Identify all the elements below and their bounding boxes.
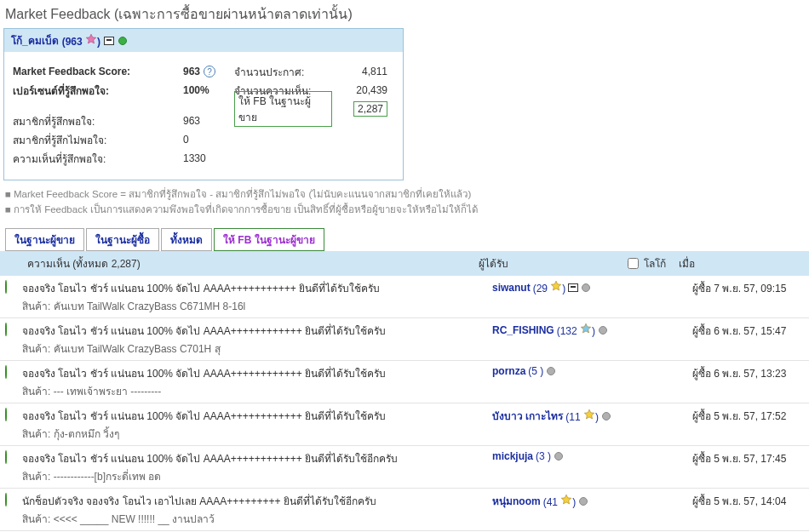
col-when-label: เมื่อ [679,255,800,272]
row-comment: จองจริง โอนไว ชัวร์ แน่นอน 100% จัดไป AA… [22,323,485,339]
summary-user-score: (963 ) [62,33,100,48]
row-product: สินค้า: <<<< _____ NEW !!!!!! __ งานปลาว… [22,511,485,527]
feedback-row: จองจริง โอนไว ชัวร์ แน่นอน 100% จัดไป AA… [0,446,809,489]
row-when: ผู้ซื้อ 6 พ.ย. 57, 13:23 [692,365,804,381]
label-unsatisfied: สมาชิกที่รู้สึกไม่พอใจ: [13,130,183,149]
star-icon [85,33,97,45]
star-icon [560,494,572,506]
tab-gave-seller[interactable]: ให้ FB ในฐานะผู้ขาย [214,228,324,251]
recipient-score: (11 ) [565,409,599,423]
row-when: ผู้ซื้อ 5 พ.ย. 57, 17:52 [692,408,804,424]
plus-circle-icon [5,280,7,294]
star-icon [550,280,562,292]
recipient-link[interactable]: หนุ่มnoom [492,493,541,509]
card-icon [104,36,114,46]
row-comment: จองจริง โอนไว ชัวร์ แน่นอน 100% จัดไป AA… [22,450,485,466]
summary-user-link[interactable]: โก้_คมเบ็ด [11,32,59,49]
label-score: Market Feedback Score: [13,66,130,77]
row-recipient: หนุ่มnoom (41 ) [492,493,692,509]
tab-all[interactable]: ทั้งหมด [161,228,212,251]
label-satisfied: สมาชิกที่รู้สึกพอใจ: [13,112,183,130]
row-recipient: mickjuja (3 ) [492,450,692,462]
status-dot-icon [601,411,611,421]
val-gavefb: 2,287 [353,101,387,117]
feedback-row: จองจริง โอนไว ชัวร์ แน่นอน 100% จัดไป AA… [0,276,809,318]
col-comment-label: ความเห็น (ทั้งหมด 2,287) [9,255,479,272]
recipient-link[interactable]: mickjuja [492,450,533,462]
row-product: สินค้า: คันเบท TailWalk CrazyBass C671MH… [22,298,485,314]
star-icon [583,409,595,420]
status-dot-icon [578,496,588,506]
row-recipient: siwanut (29 ) [492,280,692,295]
recipient-score: (3 ) [536,450,551,462]
row-recipient: pornza (5 ) [492,365,692,377]
tab-seller[interactable]: ในฐานะผู้ขาย [5,228,84,251]
plus-circle-icon [5,323,7,336]
status-dot-icon [581,283,591,293]
feedback-row: นักช็อปตัวจริง จองจริง โอนไว เอาไปเลย AA… [0,489,809,531]
row-when: ผู้ซื้อ 5 พ.ย. 57, 14:04 [692,493,804,509]
val-comments: 20,439 [332,81,387,100]
row-recipient: บังบาว เกาะไทร (11 ) [492,408,692,424]
row-product: สินค้า: --- เทพเจ้าพระยา --------- [22,383,485,399]
plus-circle-icon [5,365,7,379]
feedback-list: จองจริง โอนไว ชัวร์ แน่นอน 100% จัดไป AA… [0,276,809,532]
recipient-link[interactable]: pornza [492,365,525,377]
label-gavefb: ให้ FB ในฐานะผู้ขาย [234,91,332,127]
row-product: สินค้า: คันเบท TailWalk CrazyBass C701H … [22,340,485,357]
row-when: ผู้ซื้อ 6 พ.ย. 57, 15:47 [692,323,804,339]
summary-body: Market Feedback Score: เปอร์เซนต์ที่รู้ส… [4,52,403,180]
page-title: Market Feedback (เฉพาะการซื้อขายผ่านหน้า… [0,0,809,28]
row-comment: จองจริง โอนไว ชัวร์ แน่นอน 100% จัดไป AA… [22,365,485,381]
val-listings: 4,811 [332,62,387,81]
footnotes: ■Market Feedback Score = สมาชิกที่รู้สึก… [0,184,809,220]
row-when: ผู้ซื้อ 7 พ.ย. 57, 09:15 [692,280,804,296]
feedback-row: จองจริง โอนไว ชัวร์ แน่นอน 100% จัดไป AA… [0,318,809,361]
tabs: ในฐานะผู้ขาย ในฐานะผู้ซื้อ ทั้งหมด ให้ F… [5,228,809,251]
recipient-link[interactable]: siwanut [492,282,531,294]
row-product: สินค้า: ------------[b]กระดี่เทพ อด [22,468,485,484]
summary-box: โก้_คมเบ็ด (963 ) Market Feedback Score:… [3,28,404,180]
label-opinions: ความเห็นที่รู้สึกพอใจ: [13,149,183,168]
val-percent: 100% [183,84,209,96]
val-score: 963 [183,66,200,77]
col-logo-label: โลโก้ [628,255,679,272]
summary-header: โก้_คมเบ็ด (963 ) [4,29,403,52]
row-comment: จองจริง โอนไว ชัวร์ แน่นอน 100% จัดไป AA… [22,408,485,424]
row-comment: จองจริง โอนไว ชัวร์ แน่นอน 100% จัดไป AA… [22,280,485,296]
val-opinions: 1330 [183,149,234,168]
help-icon[interactable]: ? [204,66,215,77]
card-icon [568,283,578,293]
star-icon [580,323,592,335]
logo-checkbox[interactable] [628,258,639,269]
row-comment: นักช็อปตัวจริง จองจริง โอนไว เอาไปเลย AA… [22,493,485,509]
status-dot-icon [598,325,608,335]
plus-circle-icon [5,493,7,506]
feedback-row: จองจริง โอนไว ชัวร์ แน่นอน 100% จัดไป AA… [0,361,809,403]
online-dot-icon [118,36,128,46]
recipient-link[interactable]: บังบาว เกาะไทร [492,408,563,424]
tab-buyer[interactable]: ในฐานะผู้ซื้อ [86,228,159,251]
val-satisfied: 963 [183,112,234,130]
label-listings: จำนวนประกาศ: [234,62,332,81]
feedback-row: จองจริง โอนไว ชัวร์ แน่นอน 100% จัดไป AA… [0,403,809,446]
row-when: ผู้ซื้อ 5 พ.ย. 57, 17:45 [692,450,804,466]
recipient-score: (29 ) [533,280,566,295]
recipient-score: (5 ) [528,365,543,377]
recipient-score: (41 ) [543,494,577,508]
row-product: สินค้า: กุ้ง-ตกหมึก วิ้งๆ [22,426,485,442]
row-recipient: RC_FISHING (132 ) [492,323,692,337]
plus-circle-icon [5,408,7,421]
recipient-score: (132 ) [557,323,595,337]
status-dot-icon [546,366,556,376]
recipient-link[interactable]: RC_FISHING [492,324,554,336]
plus-circle-icon [5,450,7,464]
list-header: ความเห็น (ทั้งหมด 2,287) ผู้ได้รับ โลโก้… [0,251,809,276]
status-dot-icon [554,451,564,461]
val-unsatisfied: 0 [183,130,234,149]
col-recipient-label: ผู้ได้รับ [479,255,628,272]
label-percent: เปอร์เซนต์ที่รู้สึกพอใจ: [13,83,109,99]
